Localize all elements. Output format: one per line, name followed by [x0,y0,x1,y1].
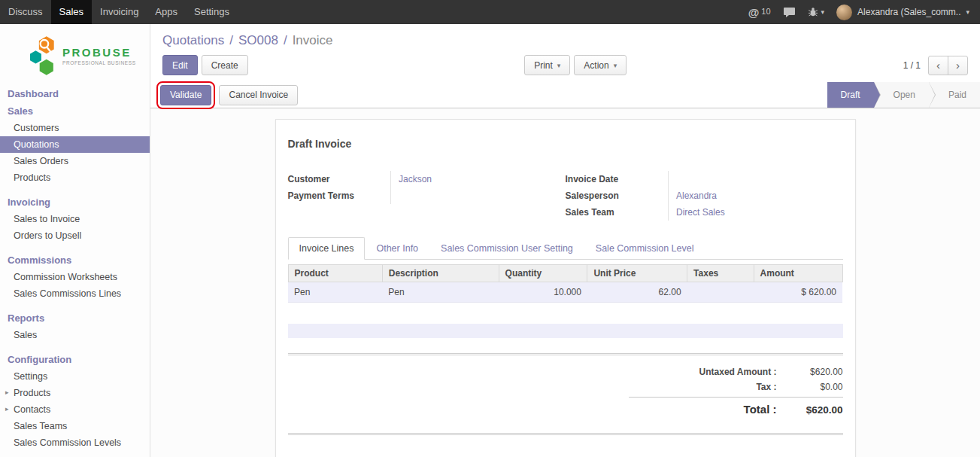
avatar [836,5,852,20]
tab-invoice-lines[interactable]: Invoice Lines [288,237,366,260]
sidebar-item-sales-orders[interactable]: Sales Orders [0,153,150,169]
debug-menu-button[interactable]: ▾ [808,7,825,17]
sidebar-item-sales-teams[interactable]: Sales Teams [0,418,150,434]
sidebar-section-configuration[interactable]: Configuration [0,351,150,368]
sidebar-item-products[interactable]: Products [0,169,150,186]
top-navbar: Discuss Sales Invoicing Apps Settings @ … [0,0,980,24]
action-label: Action [584,60,608,71]
salesperson-value-link[interactable]: Alexandra [676,190,717,201]
pager-previous-button[interactable]: ‹ [928,56,948,75]
sidebar-section-sales[interactable]: Sales [0,102,150,120]
untaxed-amount-row: Untaxed Amount : $620.00 [629,364,843,379]
sidebar-item-settings[interactable]: Settings [0,368,150,385]
chevron-down-icon: ▾ [966,8,969,16]
create-button[interactable]: Create [202,55,248,75]
cancel-invoice-button[interactable]: Cancel Invoice [219,85,298,105]
activities-at-icon: @ [748,6,760,19]
form-view-area: Draft Invoice Customer Jackson Payment T… [150,108,980,457]
total-value: $620.00 [789,404,843,416]
breadcrumb-so008[interactable]: SO008 [238,33,278,47]
invoice-date-value [669,171,843,187]
control-panel: Edit Create Print ▾ Action ▾ 1 / 1 ‹ [150,48,980,82]
tax-row: Tax : $0.00 [629,379,843,395]
invoice-lines-table: Product Description Quantity Unit Price … [288,264,843,303]
top-menu-apps[interactable]: Apps [147,0,186,24]
control-panel-dropdowns: Print ▾ Action ▾ [524,55,627,75]
totals-footer: Untaxed Amount : $620.00 Tax : $0.00 Tot… [288,364,843,418]
customer-value-link[interactable]: Jackson [399,174,432,184]
stage-draft[interactable]: Draft [827,82,874,108]
tab-sales-commission-user-setting[interactable]: Sales Commission User Setting [429,237,584,260]
cell-unit-price: 62.00 [587,282,687,303]
activities-button[interactable]: @ 10 [748,6,771,19]
sidebar-section-reports[interactable]: Reports [0,309,150,327]
invoice-line-row[interactable]: Pen Pen 10.000 62.00 $ 620.00 [288,282,842,303]
pager-buttons: ‹ › [928,56,968,75]
sidebar-item-orders-to-upsell[interactable]: Orders to Upsell [0,227,150,244]
invoice-state-title: Draft Invoice [288,138,843,150]
sidebar-item-sales-to-invoice[interactable]: Sales to Invoice [0,211,150,227]
empty-line-row [288,324,843,338]
sidebar-item-customers[interactable]: Customers [0,120,150,136]
top-menu-sales[interactable]: Sales [51,0,93,24]
stage-open[interactable]: Open [874,82,929,108]
field-row-invoice-date: Invoice Date [566,171,843,187]
breadcrumb-quotations[interactable]: Quotations [162,33,224,47]
print-dropdown-button[interactable]: Print ▾ [524,55,570,75]
top-menu-settings[interactable]: Settings [186,0,238,24]
print-label: Print [534,60,553,71]
sales-team-value-link[interactable]: Direct Sales [676,207,725,218]
cell-amount: $ 620.00 [754,282,842,303]
column-header-amount[interactable]: Amount [754,265,842,282]
chat-bubble-icon [783,7,796,18]
sidebar-item-contacts[interactable]: ▸ Contacts [0,401,150,418]
tab-sale-commission-level[interactable]: Sale Commission Level [584,237,705,260]
column-header-unit-price[interactable]: Unit Price [587,265,687,282]
column-header-description[interactable]: Description [382,265,499,282]
breadcrumb-separator [229,33,233,47]
page-layout: PROBUSE PROFESSIONAL BUSINESS Dashboard … [0,24,980,457]
top-menu-discuss[interactable]: Discuss [0,0,51,24]
sidebar-section-dashboard[interactable]: Dashboard [0,85,150,102]
sidebar-item-sales-commissions-lines[interactable]: Sales Commissions Lines [0,285,150,302]
pager: 1 / 1 ‹ › [903,56,968,75]
control-panel-buttons: Edit Create [162,55,248,75]
top-menu-invoicing[interactable]: Invoicing [92,0,147,24]
total-label: Total : [629,403,789,416]
tax-label: Tax : [629,382,789,392]
sidebar-section-invoicing[interactable]: Invoicing [0,193,150,211]
action-dropdown-button[interactable]: Action ▾ [574,55,627,75]
total-row: Total : $620.00 [629,397,843,418]
probuse-logo-icon [27,34,59,78]
messages-button[interactable] [783,7,796,18]
sidebar-item-quotations[interactable]: Quotations [0,136,150,153]
tab-other-info[interactable]: Other Info [365,237,429,260]
chevron-down-icon: ▾ [821,8,825,16]
column-header-quantity[interactable]: Quantity [499,265,587,282]
statusbar-buttons: Validate Cancel Invoice [160,85,298,105]
sidebar-item-label: Contacts [14,404,50,415]
sidebar-section-commissions[interactable]: Commissions [0,251,150,269]
customer-field-label: Customer [288,171,391,187]
sidebar-item-sales-commission-levels[interactable]: Sales Commission Levels [0,434,150,451]
column-header-taxes[interactable]: Taxes [687,265,754,282]
field-group-left: Customer Jackson Payment Terms [288,171,566,204]
user-menu[interactable]: Alexandra (Sales_comm.. ▾ [836,5,969,20]
horizontal-separator [288,433,843,435]
sidebar-item-sales-report[interactable]: Sales [0,327,150,343]
sidebar-nav: Dashboard Sales Customers Quotations Sal… [0,85,150,451]
pager-next-button[interactable]: › [948,56,968,75]
stage-paid[interactable]: Paid [929,82,980,108]
validate-button[interactable]: Validate [160,85,211,105]
sidebar-item-products-config[interactable]: ▸ Products [0,385,150,401]
cell-taxes [687,282,754,303]
form-statusbar: Validate Cancel Invoice Draft Open Paid [150,82,980,108]
edit-button[interactable]: Edit [162,55,198,75]
statusbar-stages: Draft Open Paid [827,82,980,108]
sales-team-field-label: Sales Team [566,204,669,221]
cell-quantity: 10.000 [499,282,587,303]
chevron-down-icon: ▾ [557,62,561,69]
field-groups: Customer Jackson Payment Terms Invoice D… [288,171,843,221]
column-header-product[interactable]: Product [288,265,382,282]
sidebar-item-commission-worksheets[interactable]: Commission Worksheets [0,269,150,285]
